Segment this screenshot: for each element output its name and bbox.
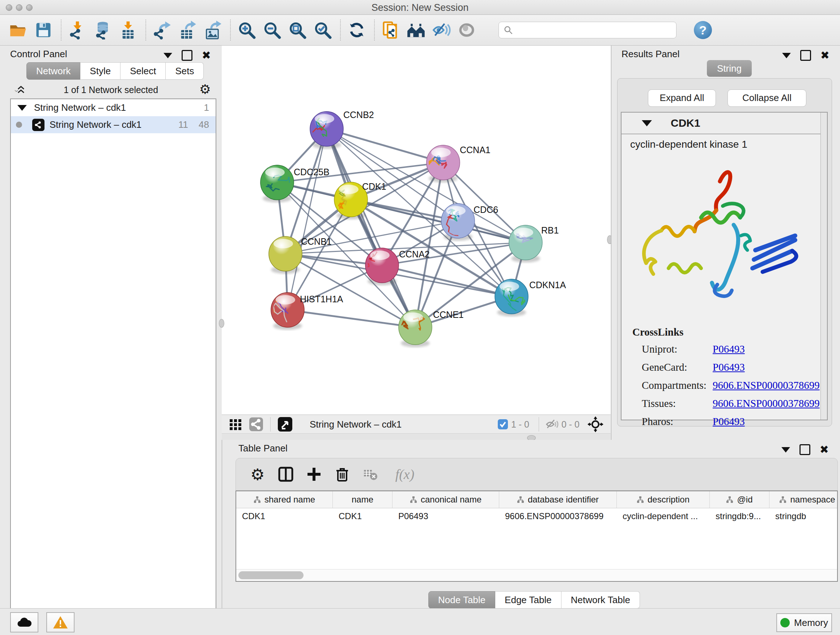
network-canvas[interactable]: CCNB2CCNA1CDC25BCDK1CDC6RB1CCNB1CCNA2CDK… xyxy=(222,46,611,440)
tab-network[interactable]: Network xyxy=(27,62,80,80)
function-builder-button[interactable]: f(x) xyxy=(388,464,421,485)
results-scrollbar[interactable] xyxy=(821,112,827,420)
column-header[interactable]: description xyxy=(617,491,710,508)
network-options-gear-icon[interactable]: ⚙ xyxy=(199,82,211,97)
collection-expand-icon[interactable] xyxy=(17,105,27,111)
network-node-hist1h1a[interactable]: HIST1H1A xyxy=(270,293,343,330)
selected-items-checkbox-icon[interactable] xyxy=(497,419,508,430)
network-node-rb1[interactable]: RB1 xyxy=(509,225,559,263)
table-cell[interactable]: 9606.ENSP00000378699 xyxy=(499,508,617,524)
export-table-icon[interactable] xyxy=(177,20,197,40)
tab-sets[interactable]: Sets xyxy=(166,62,204,80)
table-cell[interactable]: cyclin-dependent ... xyxy=(617,508,710,524)
network-view-mode-icon[interactable] xyxy=(248,417,264,432)
import-network-from-file-icon[interactable] xyxy=(67,20,88,40)
cloud-status-button[interactable] xyxy=(10,612,38,632)
table-panel-splitter[interactable] xyxy=(222,433,611,440)
delete-table-icon[interactable] xyxy=(360,464,381,485)
column-header[interactable]: name xyxy=(333,491,393,508)
tab-style[interactable]: Style xyxy=(80,62,120,80)
open-session-icon[interactable] xyxy=(8,20,28,40)
table-cell[interactable]: CDK1 xyxy=(236,508,333,524)
results-close-panel-icon[interactable]: ✖ xyxy=(821,51,829,60)
zoom-in-icon[interactable] xyxy=(237,20,257,40)
table-float-panel-icon[interactable] xyxy=(799,444,810,455)
copy-style-icon[interactable] xyxy=(381,20,401,40)
column-header[interactable]: shared name xyxy=(236,491,333,508)
delete-column-trash-icon[interactable] xyxy=(332,464,352,485)
table-cell[interactable]: CDK1 xyxy=(333,508,393,524)
tab-network-table[interactable]: Network Table xyxy=(561,591,640,608)
column-header-label: @id xyxy=(737,494,752,505)
zoom-out-icon[interactable] xyxy=(262,20,282,40)
fit-selected-crosshair-icon[interactable] xyxy=(587,416,603,432)
float-panel-icon[interactable] xyxy=(182,50,193,61)
network-tree: String Network – cdk1 1 String Network –… xyxy=(10,98,216,618)
gene-section-header[interactable]: CDK1 xyxy=(622,112,827,134)
panel-menu-icon[interactable] xyxy=(164,53,172,58)
search-box[interactable] xyxy=(499,22,676,38)
save-session-icon[interactable] xyxy=(33,20,54,40)
expand-all-button[interactable]: Expand All xyxy=(648,89,716,107)
network-row[interactable]: String Network – cdk1 11 48 xyxy=(11,116,216,133)
column-header[interactable]: @id xyxy=(710,491,769,508)
import-network-from-database-icon[interactable] xyxy=(93,20,113,40)
refresh-icon[interactable] xyxy=(347,20,367,40)
warning-status-button[interactable] xyxy=(46,612,74,632)
tab-node-table[interactable]: Node Table xyxy=(428,591,495,608)
table-row[interactable]: CDK1CDK1P064939606.ENSP00000378699cyclin… xyxy=(236,508,837,524)
zoom-selected-region-icon[interactable] xyxy=(313,20,333,40)
network-status-dot xyxy=(16,122,22,128)
gene-collapse-icon[interactable] xyxy=(642,120,652,126)
network-edge[interactable] xyxy=(287,310,415,327)
tab-select[interactable]: Select xyxy=(120,62,166,80)
results-panel-menu-icon[interactable] xyxy=(782,53,791,58)
table-cell[interactable]: P06493 xyxy=(393,508,499,524)
zoom-fit-content-icon[interactable] xyxy=(287,20,308,40)
search-input[interactable] xyxy=(513,25,667,35)
table-options-gear-icon[interactable]: ⚙ xyxy=(248,464,268,485)
network-edge[interactable] xyxy=(327,129,443,163)
node-label: CDC25B xyxy=(294,167,330,177)
network-edge[interactable] xyxy=(287,129,327,310)
create-column-plus-icon[interactable] xyxy=(304,464,324,485)
eye-icon[interactable] xyxy=(456,20,477,40)
close-panel-icon[interactable]: ✖ xyxy=(202,51,211,60)
export-image-icon[interactable] xyxy=(202,20,223,40)
grid-view-icon[interactable] xyxy=(228,417,243,432)
collapse-all-button[interactable]: Collapse All xyxy=(728,89,806,107)
table-cell[interactable]: stringdb:9... xyxy=(710,508,769,524)
crosslink-link[interactable]: P06493 xyxy=(713,416,745,428)
help-icon[interactable]: ? xyxy=(694,21,712,39)
crosslink-link[interactable]: 9606.ENSP00000378699 xyxy=(713,397,820,409)
column-header-label: namespace xyxy=(790,494,835,505)
network-collection-row[interactable]: String Network – cdk1 1 xyxy=(11,99,216,116)
memory-button[interactable]: Memory xyxy=(776,613,832,632)
first-neighbors-icon[interactable] xyxy=(406,20,426,40)
column-header[interactable]: canonical name xyxy=(393,491,499,508)
tab-string[interactable]: String xyxy=(707,60,752,77)
crosslink-link[interactable]: 9606.ENSP00000378699 xyxy=(713,379,820,391)
column-header[interactable]: namespace xyxy=(769,491,840,508)
birds-eye-view-icon[interactable] xyxy=(277,416,293,432)
import-table-from-file-icon[interactable] xyxy=(118,20,138,40)
show-columns-icon[interactable] xyxy=(276,464,296,485)
table-panel-menu-icon[interactable] xyxy=(782,447,790,453)
tab-edge-table[interactable]: Edge Table xyxy=(495,591,561,608)
network-graph[interactable]: CCNB2CCNA1CDC25BCDK1CDC6RB1CCNB1CCNA2CDK… xyxy=(222,46,611,415)
network-node-cdkn1a[interactable]: CDKN1A xyxy=(495,279,566,317)
hidden-items-eye-slash-icon[interactable] xyxy=(546,419,559,430)
crosslink-link[interactable]: P06493 xyxy=(713,343,745,355)
crosslink-link[interactable]: P06493 xyxy=(713,361,745,373)
left-splitter-handle[interactable] xyxy=(219,319,224,328)
column-header[interactable]: database identifier xyxy=(499,491,617,508)
scrollbar-thumb[interactable] xyxy=(238,571,303,579)
table-close-panel-icon[interactable]: ✖ xyxy=(820,445,829,454)
memory-label: Memory xyxy=(794,617,828,629)
hide-graphics-details-icon[interactable] xyxy=(431,20,452,40)
table-cell[interactable]: stringdb xyxy=(769,508,840,524)
export-network-icon[interactable] xyxy=(152,20,172,40)
table-horizontal-scrollbar[interactable] xyxy=(236,569,837,581)
column-header-label: shared name xyxy=(264,494,315,505)
results-float-panel-icon[interactable] xyxy=(800,50,811,61)
